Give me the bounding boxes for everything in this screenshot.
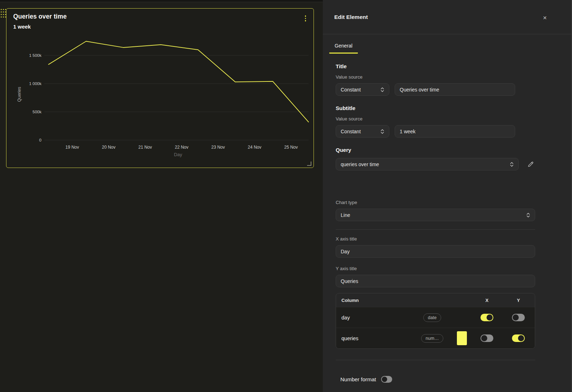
queries-x-toggle[interactable] [480, 334, 493, 342]
resize-handle-icon[interactable] [306, 161, 312, 166]
day-x-toggle[interactable] [480, 314, 493, 321]
svg-text:0: 0 [39, 138, 41, 142]
x-axis-title-input[interactable]: Day [336, 245, 535, 258]
type-badge: date [423, 313, 441, 322]
app-root: Queries over time 1 week 0500k1 000k1 50… [0, 0, 572, 392]
column-name: day [336, 315, 413, 321]
chart-card-titles: Queries over time 1 week [13, 13, 67, 30]
series-color-swatch[interactable] [457, 331, 467, 345]
chart-type-select[interactable]: Line [336, 209, 535, 221]
chevron-up-down-icon [380, 87, 384, 93]
subtitle-source-value: Constant [341, 129, 361, 134]
svg-text:500k: 500k [33, 110, 41, 114]
x-axis-title-label: X axis title [336, 236, 535, 242]
chevron-up-down-icon [380, 129, 384, 134]
title-source-value: Constant [341, 87, 361, 93]
query-select-value: queries over time [341, 162, 379, 167]
columns-table-header: Column X Y [336, 293, 535, 307]
number-format-row: Number format [336, 376, 535, 383]
edit-query-button[interactable] [527, 161, 534, 168]
subtitle-value-text: 1 week [400, 129, 415, 134]
column-name: queries [336, 336, 413, 341]
svg-text:23 Nov: 23 Nov [211, 145, 225, 150]
chart-card[interactable]: Queries over time 1 week 0500k1 000k1 50… [6, 8, 314, 168]
title-value-source-label: Value source [336, 74, 535, 80]
number-format-toggle[interactable] [381, 376, 392, 383]
svg-text:19 Nov: 19 Nov [65, 145, 79, 150]
svg-text:21 Nov: 21 Nov [138, 145, 152, 150]
kebab-menu-icon[interactable] [304, 14, 307, 23]
title-value-text: Queries over time [400, 87, 439, 93]
svg-text:22 Nov: 22 Nov [175, 145, 188, 150]
title-section-heading: Title [336, 63, 535, 69]
dashboard-canvas: Queries over time 1 week 0500k1 000k1 50… [0, 0, 323, 392]
pencil-icon [527, 161, 534, 168]
panel-body: Title Value source Constant Queries over… [323, 54, 535, 383]
tab-bar: General [323, 39, 571, 54]
number-format-label: Number format [340, 376, 376, 382]
title-source-select[interactable]: Constant [336, 83, 389, 96]
chart-type-label: Chart type [336, 200, 535, 205]
column-header: Column [336, 298, 413, 303]
chart-type-value: Line [341, 212, 350, 218]
subtitle-source-select[interactable]: Constant [336, 125, 389, 138]
drag-handle-icon[interactable] [1, 9, 6, 18]
svg-text:20 Nov: 20 Nov [102, 145, 115, 150]
query-section-heading: Query [336, 147, 535, 153]
y-header: Y [517, 298, 520, 303]
chevron-up-down-icon [526, 212, 530, 218]
query-select[interactable]: queries over time [336, 158, 519, 170]
close-icon[interactable]: ✕ [541, 14, 549, 22]
svg-text:1 000k: 1 000k [29, 81, 41, 86]
panel-title: Edit Element [334, 14, 368, 20]
type-badge: num… [421, 334, 444, 343]
table-row-day: day date [336, 307, 535, 328]
panel-header: Edit Element [323, 0, 571, 34]
line-chart: 0500k1 000k1 500k19 Nov20 Nov21 Nov22 No… [6, 9, 314, 168]
tab-general[interactable]: General [329, 39, 358, 54]
svg-text:1 500k: 1 500k [29, 53, 41, 58]
svg-text:25 Nov: 25 Nov [284, 145, 298, 150]
x-axis-title-value: Day [341, 249, 350, 254]
section-divider [336, 360, 535, 360]
table-row-queries: queries num… [336, 328, 535, 348]
queries-y-toggle[interactable] [512, 334, 525, 342]
subtitle-value-input[interactable]: 1 week [395, 125, 515, 138]
edit-element-panel: Edit Element ✕ General Title Value sourc… [323, 0, 572, 392]
chart-subtitle: 1 week [13, 24, 67, 30]
chevron-up-down-icon [510, 162, 514, 167]
title-value-input[interactable]: Queries over time [395, 83, 515, 96]
y-axis-title-label: Y axis title [336, 266, 535, 271]
subtitle-value-source-label: Value source [336, 116, 535, 121]
y-axis-title-input[interactable]: Queries [336, 275, 535, 287]
day-y-toggle[interactable] [512, 314, 525, 321]
svg-text:24 Nov: 24 Nov [248, 145, 261, 150]
svg-text:Day: Day [174, 152, 182, 157]
y-axis-title-value: Queries [341, 278, 358, 284]
x-header: X [485, 298, 489, 303]
columns-table: Column X Y day date queries num… [336, 293, 535, 349]
svg-text:Queries: Queries [17, 87, 22, 102]
subtitle-section-heading: Subtitle [336, 105, 535, 111]
chart-title: Queries over time [13, 13, 67, 20]
